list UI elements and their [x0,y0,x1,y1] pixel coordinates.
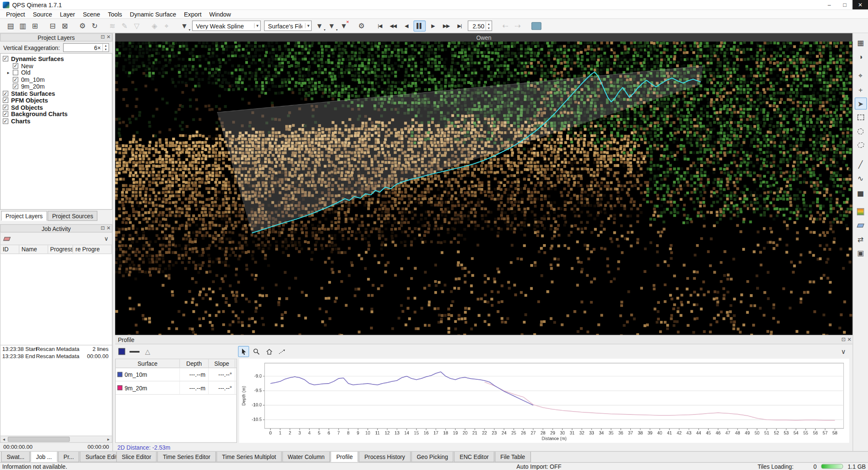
profile-col-slope[interactable]: Slope [209,359,235,368]
close-button[interactable]: ✕ [852,0,868,9]
filter-add-icon[interactable]: ▼▾ [313,19,326,32]
fast-forward-button[interactable]: ▶▶ [440,20,452,31]
profile-col-surface[interactable]: Surface [116,359,180,368]
checkbox[interactable]: ✓ [3,97,8,103]
profile-next-icon[interactable]: ⇢ [512,19,524,32]
scroll-right-icon[interactable]: ▸ [105,437,112,442]
checkbox[interactable]: ✓ [3,105,8,110]
panel-float-icon[interactable]: ⊡ [841,337,846,342]
profile-zoom-tool[interactable] [251,346,262,357]
profile-chart[interactable] [239,359,849,443]
step-back-button[interactable]: ◀ [400,20,412,31]
checkbox[interactable]: ✓ [3,91,8,96]
profile-col-depth[interactable]: Depth [180,359,209,368]
tab-profile[interactable]: Profile [331,452,358,462]
tab-pr[interactable]: Pr... [58,452,80,462]
layer-new[interactable]: ✓New [0,62,112,69]
panel-float-icon[interactable]: ⊡ [101,35,105,40]
profile-color-swatch[interactable] [119,348,125,355]
collapse-panel-icon[interactable]: ∨ [841,348,849,355]
spin-up-icon[interactable]: ▴ [103,44,108,47]
swath-editor-icon[interactable]: ≋ [106,19,119,32]
spin-down-icon[interactable]: ▾ [103,47,108,51]
column-header-progress[interactable]: Progress [48,245,73,254]
open-project-icon[interactable]: ▥ [17,19,29,32]
menu-tools[interactable]: Tools [104,10,126,18]
layer-dynamic-surfaces[interactable]: ✓Dynamic Surfaces [0,56,112,62]
checkbox[interactable]: ✓ [3,56,8,61]
checkbox[interactable]: ✓ [13,84,18,89]
tab-time-series-multiplot[interactable]: Time Series Multiplot [217,452,282,462]
cursor-select-icon[interactable]: ➤ [854,97,867,110]
checkbox[interactable]: ✓ [3,111,8,117]
expander-icon[interactable]: ▸ [7,70,13,75]
settings-gear-icon[interactable]: ⚙ [76,19,89,32]
points-editor-icon[interactable]: ✎ [119,19,131,32]
water-column-tool-icon[interactable]: ▽ [131,19,143,32]
terrain-3d-view[interactable] [115,42,853,335]
tab-time-series-editor[interactable]: Time Series Editor [157,452,216,462]
spin-up-icon[interactable]: ▴ [486,21,492,25]
chevron-down-icon[interactable]: ∨ [104,235,108,242]
layer-9m-20m[interactable]: ✓9m_20m [0,83,112,90]
selection-settings-icon[interactable]: ⚙ [356,19,368,32]
clear-finished-jobs-icon[interactable] [3,236,11,240]
tab-water-column[interactable]: Water Column [282,452,330,462]
layer-charts[interactable]: ✓Charts [0,118,112,125]
menu-scene[interactable]: Scene [79,10,104,18]
pan-icon[interactable]: + [854,83,867,96]
menu-source[interactable]: Source [29,10,56,18]
crosshair-icon[interactable]: ⌖ [854,70,867,82]
save-project-icon[interactable]: ⊞ [29,19,41,32]
tab-swat[interactable]: Swat... [1,452,30,462]
panel-float-icon[interactable]: ⊡ [101,226,105,231]
layer-background-charts[interactable]: ✓Background Charts [0,111,112,117]
add-processed-points-icon[interactable]: ⊠ [58,19,71,32]
swap-arrows-icon[interactable]: ⇄ [854,233,867,245]
geo-pick-tool-icon[interactable]: ⌖ [161,19,173,32]
profile-prev-icon[interactable]: ⇠ [499,19,512,32]
column-header-re-progre[interactable]: re Progre [73,245,112,254]
wave-icon[interactable]: ∿ [854,172,867,184]
add-raw-sonar-icon[interactable]: ⊟ [47,19,59,32]
scroll-left-icon[interactable]: ◂ [0,437,7,442]
profile-row-9m-20m[interactable]: 9m_20m---.--m---.--° [116,381,236,395]
panel-close-icon[interactable]: ✕ [847,337,851,342]
spline-filter-combo[interactable]: Very Weak Spline▾ [192,20,261,31]
menu-export[interactable]: Export [180,10,206,18]
play-button[interactable]: ▶ [427,20,439,31]
panel-close-icon[interactable]: ✕ [106,226,111,231]
profile-marker-icon[interactable]: △ [145,348,150,355]
layer-old[interactable]: ▸Old [0,69,112,76]
column-header-id[interactable]: ID [0,245,19,254]
grid-view-icon[interactable]: ▦ [854,36,867,49]
tab-job[interactable]: Job ... [31,452,57,462]
tab-project-sources[interactable]: Project Sources [47,211,97,221]
menu-layer[interactable]: Layer [56,10,79,18]
colormap-icon[interactable] [854,206,867,218]
layer-pfm-objects[interactable]: ✓PFM Objects [0,97,112,104]
playback-speed-spinner[interactable]: 2.50▴▾ [468,20,492,31]
panel-close-icon[interactable]: ✕ [106,35,111,40]
layer-0m-10m[interactable]: ✓0m_10m [0,76,112,83]
menu-window[interactable]: Window [206,10,235,18]
profile-slice-icon[interactable]: ╱ [854,159,867,171]
tab-project-layers[interactable]: Project Layers [1,211,47,221]
job-activity-table[interactable] [0,254,112,346]
profile-home-tool[interactable] [264,346,275,357]
fast-rewind-button[interactable]: ◀◀ [387,20,399,31]
spin-down-icon[interactable]: ▾ [486,26,492,30]
layer-static-surfaces[interactable]: ✓Static Surfaces [0,90,112,97]
vertical-exaggeration-input[interactable]: 6× ▴ ▾ [63,43,109,52]
new-project-icon[interactable]: ▤ [4,19,17,32]
profile-line-style-sample[interactable] [130,350,140,352]
box-select-3d-icon[interactable]: ▣ [854,247,867,259]
menu-dynamic-surface[interactable]: Dynamic Surface [126,10,180,18]
minimize-button[interactable]: – [821,0,837,9]
filter-funnel-icon[interactable]: ▼▾ [178,19,191,32]
column-header-name[interactable]: Name [19,245,48,254]
job-activity-hscrollbar[interactable]: ◂ ▸ [0,436,112,443]
select-circle-icon[interactable] [854,125,867,137]
slice-tool-icon[interactable]: ◈ [148,19,161,32]
job-activity-log[interactable]: 13:23:38 StartRescan Metadata2 lines13:2… [0,345,112,436]
